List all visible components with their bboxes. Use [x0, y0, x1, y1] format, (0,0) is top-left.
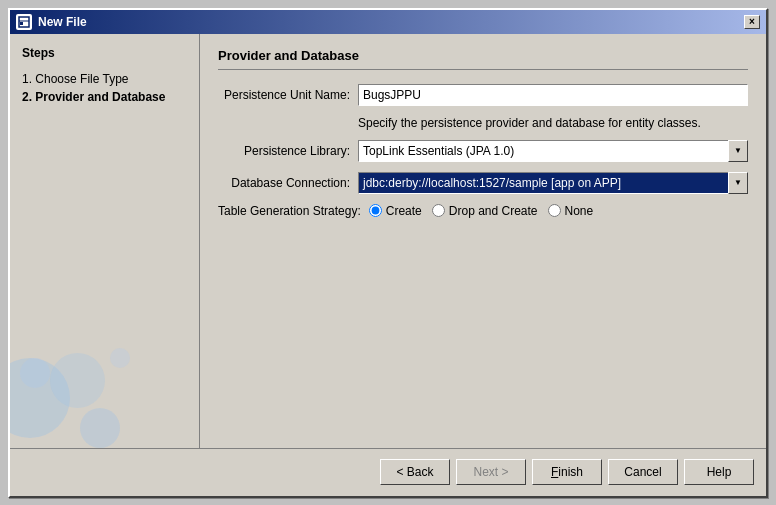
- sidebar: Steps 1. Choose File Type 2. Provider an…: [10, 34, 200, 448]
- close-button[interactable]: ×: [744, 15, 760, 29]
- bubble-4: [20, 358, 50, 388]
- sidebar-title: Steps: [22, 46, 187, 60]
- database-connection-select[interactable]: jdbc:derby://localhost:1527/sample [app …: [358, 172, 748, 194]
- persistence-library-select-wrapper: TopLink Essentials (JPA 1.0) ▼: [358, 140, 748, 162]
- steps-list: 1. Choose File Type 2. Provider and Data…: [22, 70, 187, 106]
- database-connection-label: Database Connection:: [218, 176, 358, 190]
- help-button[interactable]: Help: [684, 459, 754, 485]
- bubble-5: [110, 348, 130, 368]
- database-connection-row: Database Connection: jdbc:derby://localh…: [218, 172, 748, 194]
- svg-rect-2: [20, 22, 23, 25]
- step-1: 1. Choose File Type: [22, 70, 187, 88]
- table-generation-strategy-row: Table Generation Strategy: Create Drop a…: [218, 204, 748, 218]
- radio-none[interactable]: [548, 204, 561, 217]
- radio-drop-and-create[interactable]: [432, 204, 445, 217]
- content-panel: Provider and Database Persistence Unit N…: [200, 34, 766, 448]
- radio-create-text: Create: [386, 204, 422, 218]
- window-title: New File: [38, 15, 87, 29]
- window-icon: [16, 14, 32, 30]
- radio-create-label[interactable]: Create: [369, 204, 422, 218]
- radio-none-text: None: [565, 204, 594, 218]
- persistence-unit-name-field: [358, 84, 748, 106]
- cancel-button[interactable]: Cancel: [608, 459, 678, 485]
- radio-group: Create Drop and Create None: [369, 204, 748, 218]
- persistence-unit-name-input[interactable]: [358, 84, 748, 106]
- persistence-library-label: Persistence Library:: [218, 144, 358, 158]
- title-bar-left: New File: [16, 14, 87, 30]
- persistence-unit-name-label: Persistence Unit Name:: [218, 88, 358, 102]
- radio-drop-and-create-label[interactable]: Drop and Create: [432, 204, 538, 218]
- persistence-library-row: Persistence Library: TopLink Essentials …: [218, 140, 748, 162]
- radio-drop-and-create-text: Drop and Create: [449, 204, 538, 218]
- next-button[interactable]: Next >: [456, 459, 526, 485]
- title-bar: New File ×: [10, 10, 766, 34]
- radio-create[interactable]: [369, 204, 382, 217]
- bubble-2: [50, 353, 105, 408]
- description-text: Specify the persistence provider and dat…: [358, 116, 748, 130]
- main-content: Steps 1. Choose File Type 2. Provider an…: [10, 34, 766, 448]
- footer: < Back Next > Finish Cancel Help: [10, 448, 766, 496]
- sidebar-decoration: [10, 328, 199, 448]
- step-2: 2. Provider and Database: [22, 88, 187, 106]
- table-generation-strategy-label: Table Generation Strategy:: [218, 204, 369, 218]
- persistence-library-select[interactable]: TopLink Essentials (JPA 1.0): [358, 140, 748, 162]
- radio-none-label[interactable]: None: [548, 204, 594, 218]
- new-file-window: New File × Steps 1. Choose File Type 2. …: [8, 8, 768, 498]
- finish-button[interactable]: Finish: [532, 459, 602, 485]
- bubble-3: [80, 408, 120, 448]
- persistence-unit-name-row: Persistence Unit Name:: [218, 84, 748, 106]
- back-button[interactable]: < Back: [380, 459, 450, 485]
- panel-title: Provider and Database: [218, 48, 748, 70]
- window-body: Steps 1. Choose File Type 2. Provider an…: [10, 34, 766, 496]
- database-connection-select-wrapper: jdbc:derby://localhost:1527/sample [app …: [358, 172, 748, 194]
